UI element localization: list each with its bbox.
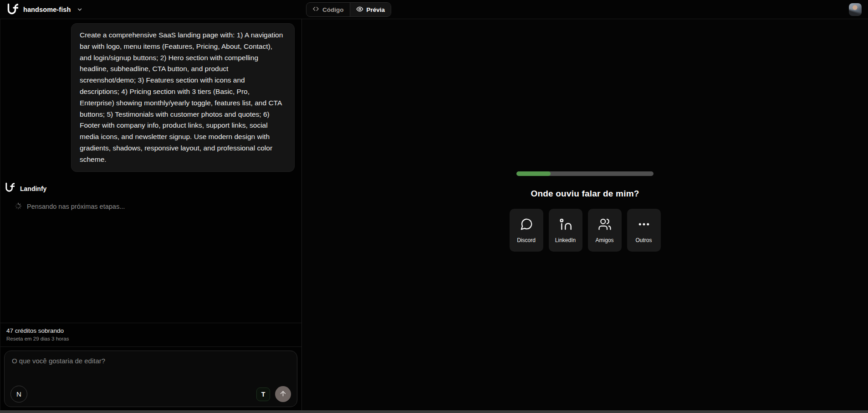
model-selector-button[interactable]: N — [10, 386, 27, 403]
linkedin-icon — [558, 217, 573, 232]
chat-panel: Create a comprehensive SaaS landing page… — [0, 19, 302, 413]
tab-codigo-label: Código — [322, 6, 344, 13]
progress-fill — [516, 171, 551, 176]
credits-info: 47 créditos sobrando Reseta em 29 dias 3… — [0, 323, 301, 347]
view-tabs: Código Prévia — [306, 2, 391, 17]
assistant-header: Landinfy — [5, 182, 301, 196]
onboarding-question: Onde ouviu falar de mim? — [531, 189, 639, 199]
option-label: Amigos — [595, 237, 613, 243]
onboarding-progress-bar — [516, 171, 654, 176]
option-card-linkedin[interactable]: LinkedIn — [549, 209, 582, 252]
spinner-icon — [15, 202, 22, 211]
assistant-status-row: Pensando nas próximas etapas... — [15, 202, 301, 211]
eye-icon — [356, 5, 363, 14]
code-icon — [312, 5, 319, 14]
message-list: Create a comprehensive SaaS landing page… — [0, 19, 301, 323]
users-icon — [598, 217, 612, 232]
assistant-name: Landinfy — [20, 185, 46, 192]
top-bar: handsome-fish Código Prévia — [0, 0, 868, 19]
bottom-edge-strip — [0, 410, 868, 413]
option-card-discord[interactable]: Discord — [510, 209, 543, 252]
user-message: Create a comprehensive SaaS landing page… — [71, 23, 295, 172]
chevron-down-icon — [77, 6, 83, 13]
tab-previa[interactable]: Prévia — [350, 3, 391, 16]
landinfy-logo-icon — [5, 182, 15, 196]
project-switcher[interactable]: handsome-fish — [6, 3, 83, 16]
send-button[interactable] — [275, 386, 291, 402]
message-circle-icon — [520, 217, 533, 232]
option-label: Outros — [635, 237, 652, 243]
ellipsis-icon — [637, 217, 651, 232]
option-label: LinkedIn — [555, 237, 576, 243]
option-label: Discord — [517, 237, 536, 243]
credits-remaining: 47 créditos sobrando — [6, 327, 296, 334]
composer-toolbar: N T — [10, 386, 291, 403]
tab-previa-label: Prévia — [367, 6, 385, 13]
composer-section: 47 créditos sobrando Reseta em 29 dias 3… — [0, 323, 301, 413]
composer-card: N T — [4, 351, 297, 407]
credits-reset: Reseta em 29 dias 3 horas — [6, 336, 296, 341]
chat-input[interactable] — [12, 357, 290, 382]
onboarding-options: Discord LinkedIn — [510, 209, 661, 252]
project-name: handsome-fish — [23, 6, 71, 13]
assistant-status-text: Pensando nas próximas etapas... — [27, 203, 125, 210]
main-area: Create a comprehensive SaaS landing page… — [0, 19, 868, 413]
preview-panel: Onde ouviu falar de mim? Discord LinkedI… — [302, 19, 868, 413]
landinfy-logo-icon — [6, 3, 18, 16]
arrow-up-icon — [279, 390, 287, 399]
text-mode-button[interactable]: T — [256, 387, 270, 401]
option-card-amigos[interactable]: Amigos — [588, 209, 622, 252]
user-avatar[interactable] — [849, 3, 862, 16]
option-card-outros[interactable]: Outros — [627, 209, 661, 252]
tab-codigo[interactable]: Código — [306, 3, 350, 16]
